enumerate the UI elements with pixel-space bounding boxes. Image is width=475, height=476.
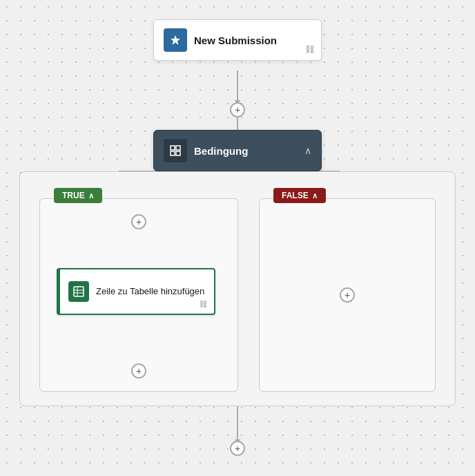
svg-rect-18 xyxy=(171,151,175,155)
chevron-up-true-icon: ∧ xyxy=(88,191,94,200)
new-submission-node[interactable]: New Submission ⛓ xyxy=(153,19,322,61)
condition-container: TRUE ∧ + Zeile zu Ta xyxy=(19,171,456,406)
svg-rect-20 xyxy=(74,287,84,296)
zeile-node[interactable]: Zeile zu Tabelle hinzufügen ⛓ xyxy=(57,268,215,315)
svg-rect-19 xyxy=(176,151,180,155)
bedingung-title: Bedingung xyxy=(194,145,299,157)
add-connector-false[interactable]: + xyxy=(340,287,355,303)
true-branch: TRUE ∧ + Zeile zu Ta xyxy=(39,198,238,392)
zeile-icon xyxy=(68,281,89,302)
false-label[interactable]: FALSE ∧ xyxy=(273,188,326,203)
svg-rect-16 xyxy=(171,146,175,150)
flow-canvas: New Submission ⛓ + Bedingung ∧ TRUE ∧ xyxy=(0,0,475,476)
add-connector-1[interactable]: + xyxy=(230,102,245,117)
svg-rect-17 xyxy=(176,146,180,150)
chevron-up-false-icon: ∧ xyxy=(312,191,318,200)
add-connector-true[interactable]: + xyxy=(131,214,146,229)
bedingung-icon xyxy=(164,139,187,162)
true-label[interactable]: TRUE ∧ xyxy=(54,188,102,203)
zeile-title: Zeile zu Tabelle hinzufügen xyxy=(96,286,206,298)
chevron-up-icon: ∧ xyxy=(304,145,311,156)
add-connector-true-bottom[interactable]: + xyxy=(131,363,146,379)
new-submission-icon xyxy=(164,28,187,52)
new-submission-title: New Submission xyxy=(194,35,311,46)
zeile-link-icon: ⛓ xyxy=(200,300,207,308)
link-icon: ⛓ xyxy=(305,44,314,55)
bedingung-node[interactable]: Bedingung ∧ xyxy=(153,130,322,171)
false-branch: FALSE ∧ + xyxy=(259,198,436,392)
add-connector-bottom[interactable]: + xyxy=(230,441,245,456)
